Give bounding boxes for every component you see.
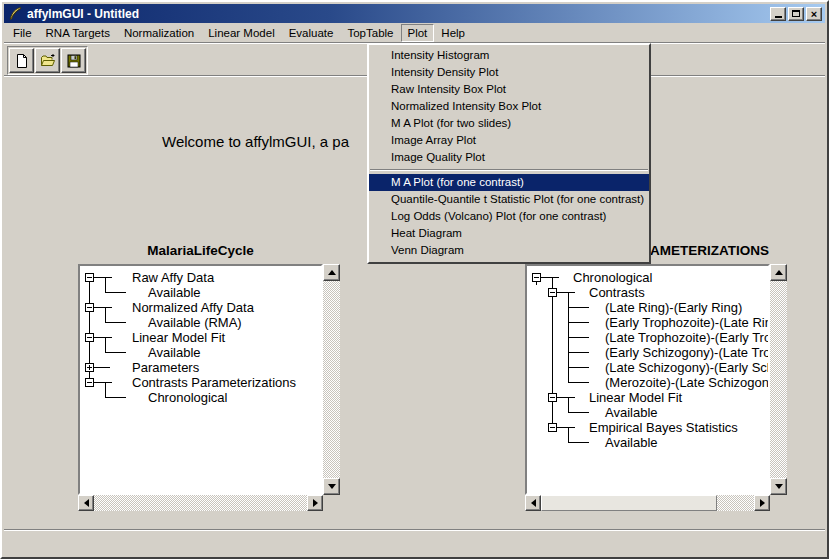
tree-node-label[interactable]: Available (RMA) xyxy=(148,315,242,330)
tree-node-label[interactable]: (Merozoite)-(Late Schizogony) xyxy=(605,375,770,390)
plot-menu-item[interactable]: Heat Diagram xyxy=(369,225,649,242)
new-file-icon xyxy=(14,53,30,69)
plot-menu-item[interactable]: Log Odds (Volcano) Plot (for one contras… xyxy=(369,208,649,225)
menubar-item-rna-targets[interactable]: RNA Targets xyxy=(39,24,117,42)
tree-node-label[interactable]: (Early Trophozoite)-(Late Ring) xyxy=(605,315,770,330)
scroll-right-button[interactable] xyxy=(307,495,323,511)
left-tree-horizontal-scrollbar[interactable] xyxy=(78,495,323,511)
scroll-left-button[interactable] xyxy=(525,495,541,511)
scrollbar-thumb[interactable] xyxy=(541,495,717,511)
tree-collapse-icon[interactable] xyxy=(85,333,94,342)
right-arrow-icon xyxy=(313,499,318,507)
tree-connector xyxy=(114,285,130,300)
scroll-up-button[interactable] xyxy=(323,264,340,281)
tree-node-label[interactable]: (Late Schizogony)-(Early Schizogony) xyxy=(605,360,770,375)
tree-node-label[interactable]: Normalized Affy Data xyxy=(132,300,254,315)
right-tree-listbox[interactable]: ChronologicalContrasts(Late Ring)-(Early… xyxy=(525,264,770,495)
tree-node-label[interactable]: Raw Affy Data xyxy=(132,270,214,285)
scroll-down-button[interactable] xyxy=(323,478,340,495)
plot-menu-item[interactable]: M A Plot (for two slides) xyxy=(369,115,649,132)
tree-node-label[interactable]: Available xyxy=(148,345,201,360)
scroll-up-button[interactable] xyxy=(770,264,787,281)
tree-connector xyxy=(577,375,593,390)
tree-collapse-icon[interactable] xyxy=(85,273,94,282)
menubar-item-toptable[interactable]: TopTable xyxy=(340,24,400,42)
tree-node-label[interactable]: (Early Schizogony)-(Late Trophozoite) xyxy=(605,345,770,360)
menu-separator xyxy=(370,169,648,171)
tree-expand-icon[interactable] xyxy=(85,363,94,372)
tree-node-label[interactable]: Available xyxy=(148,285,201,300)
menubar-item-plot[interactable]: Plot xyxy=(401,24,435,42)
menu-bar: FileRNA TargetsNormalizationLinear Model… xyxy=(4,23,825,43)
plot-menu-item[interactable]: Image Array Plot xyxy=(369,132,649,149)
tree-connector xyxy=(82,285,98,300)
tree-node-label[interactable]: Empirical Bayes Statistics xyxy=(589,420,738,435)
open-file-button[interactable] xyxy=(35,48,60,73)
minimize-button[interactable] xyxy=(770,7,786,21)
tree-collapse-icon[interactable] xyxy=(548,393,557,402)
save-file-button[interactable] xyxy=(61,48,86,73)
scrollbar-track[interactable] xyxy=(541,495,754,511)
plot-menu-item[interactable]: Quantile-Quantile t Statistic Plot (for … xyxy=(369,191,649,208)
scroll-left-button[interactable] xyxy=(78,495,94,511)
tree-connector xyxy=(545,405,561,420)
tree-node-label[interactable]: Available xyxy=(605,405,658,420)
title-bar[interactable]: affylmGUI - Untitled × xyxy=(4,4,825,23)
tree-row: Empirical Bayes Statistics xyxy=(529,420,768,435)
scroll-down-button[interactable] xyxy=(770,478,787,495)
tree-row: (Early Schizogony)-(Late Trophozoite) xyxy=(529,345,768,360)
tree-connector xyxy=(114,345,130,360)
plot-menu-item[interactable]: M A Plot (for one contrast) xyxy=(369,174,649,191)
new-file-button[interactable] xyxy=(9,48,34,73)
tree-connector xyxy=(577,300,593,315)
plot-menu-item[interactable]: Normalized Intensity Box Plot xyxy=(369,98,649,115)
tree-row: Available xyxy=(529,435,768,450)
tree-row: Linear Model Fit xyxy=(529,390,768,405)
tree-node-label[interactable]: (Late Ring)-(Early Ring) xyxy=(605,300,742,315)
menubar-item-file[interactable]: File xyxy=(6,24,39,42)
plot-menu-item[interactable]: Intensity Histogram xyxy=(369,47,649,64)
tree-node-label[interactable]: Chronological xyxy=(148,390,228,405)
plot-menu-item[interactable]: Raw Intensity Box Plot xyxy=(369,81,649,98)
tree-collapse-icon[interactable] xyxy=(548,288,557,297)
tree-collapse-icon[interactable] xyxy=(85,303,94,312)
plot-menu-item[interactable]: Intensity Density Plot xyxy=(369,64,649,81)
menubar-item-normalization[interactable]: Normalization xyxy=(117,24,201,42)
tree-connector xyxy=(545,375,561,390)
tree-node-label[interactable]: Contrasts xyxy=(589,285,645,300)
tree-connector xyxy=(545,330,561,345)
scrollbar-track[interactable] xyxy=(94,495,307,511)
save-floppy-icon xyxy=(66,53,82,69)
scroll-right-button[interactable] xyxy=(754,495,770,511)
right-tree-horizontal-scrollbar[interactable] xyxy=(525,495,770,511)
tree-connector xyxy=(98,375,114,390)
tree-row: Parameters xyxy=(82,360,321,375)
scrollbar-track[interactable] xyxy=(323,281,340,478)
tree-row: Linear Model Fit xyxy=(82,330,321,345)
left-tree-vertical-scrollbar[interactable] xyxy=(323,264,340,495)
tree-node-label[interactable]: Parameters xyxy=(132,360,199,375)
tree-collapse-icon[interactable] xyxy=(532,273,541,282)
tree-node-label[interactable]: Available xyxy=(605,435,658,450)
tree-collapse-icon[interactable] xyxy=(85,378,94,387)
close-button[interactable]: × xyxy=(806,7,822,21)
scrollbar-track[interactable] xyxy=(770,281,787,478)
tree-row: Chronological xyxy=(529,270,768,285)
menubar-item-linear-model[interactable]: Linear Model xyxy=(201,24,281,42)
plot-menu-item[interactable]: Image Quality Plot xyxy=(369,149,649,166)
tree-row: Normalized Affy Data xyxy=(82,300,321,315)
tree-node-label[interactable]: Linear Model Fit xyxy=(589,390,682,405)
tree-row: Available xyxy=(82,285,321,300)
menubar-item-evaluate[interactable]: Evaluate xyxy=(282,24,341,42)
right-tree-panel: AMETERIZATIONS ChronologicalContrasts(La… xyxy=(525,243,787,512)
tree-node-label[interactable]: Chronological xyxy=(573,270,653,285)
tree-collapse-icon[interactable] xyxy=(548,423,557,432)
maximize-button[interactable] xyxy=(788,7,804,21)
right-tree-vertical-scrollbar[interactable] xyxy=(770,264,787,495)
tree-node-label[interactable]: Linear Model Fit xyxy=(132,330,225,345)
left-tree-listbox[interactable]: Raw Affy DataAvailableNormalized Affy Da… xyxy=(78,264,323,495)
tree-node-label[interactable]: Contrasts Parameterizations xyxy=(132,375,296,390)
tree-node-label[interactable]: (Late Trophozoite)-(Early Trophozoite) xyxy=(605,330,770,345)
plot-menu-item[interactable]: Venn Diagram xyxy=(369,242,649,259)
menubar-item-help[interactable]: Help xyxy=(434,24,472,42)
